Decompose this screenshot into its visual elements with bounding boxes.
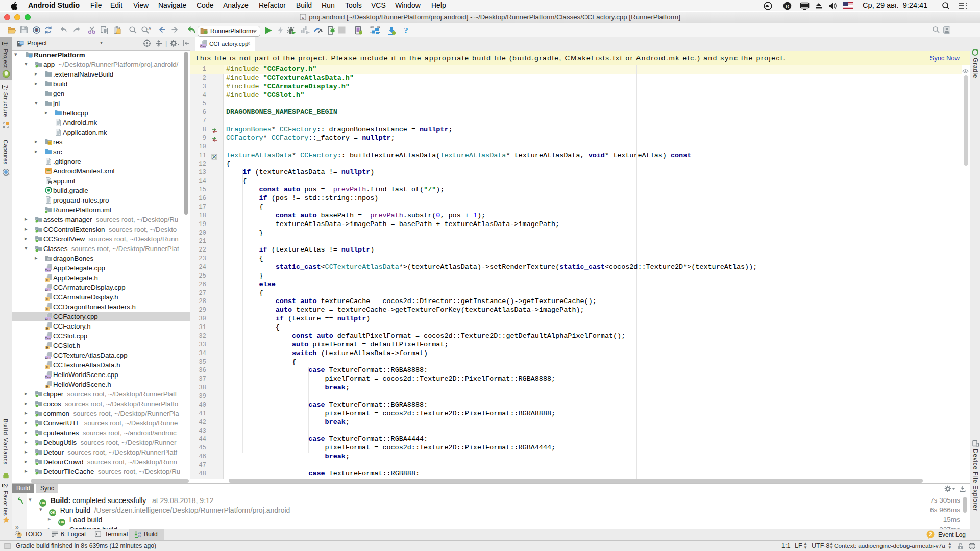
svg-text:C++: C++ <box>45 356 51 359</box>
svg-text:C++: C++ <box>200 45 206 48</box>
svg-text:H: H <box>46 365 48 369</box>
svg-text:C++: C++ <box>45 337 51 340</box>
svg-text:C++: C++ <box>45 269 51 272</box>
svg-text:C++: C++ <box>45 375 51 379</box>
svg-text:C++: C++ <box>45 317 51 320</box>
svg-text:H: H <box>46 307 48 311</box>
svg-text:c: c <box>302 15 304 20</box>
svg-text:2: 2 <box>929 532 932 537</box>
svg-text:A: A <box>148 26 151 31</box>
svg-text:H: H <box>46 278 48 282</box>
svg-text:RunnerPlatform: RunnerPlatform <box>210 28 253 35</box>
svg-text:R: R <box>786 3 789 9</box>
svg-text:H: H <box>46 297 48 301</box>
svg-text:C++: C++ <box>45 288 51 291</box>
svg-text:?: ? <box>404 26 408 35</box>
svg-text:H: H <box>46 346 48 349</box>
svg-text:H: H <box>46 327 48 330</box>
svg-text:H: H <box>46 385 48 388</box>
